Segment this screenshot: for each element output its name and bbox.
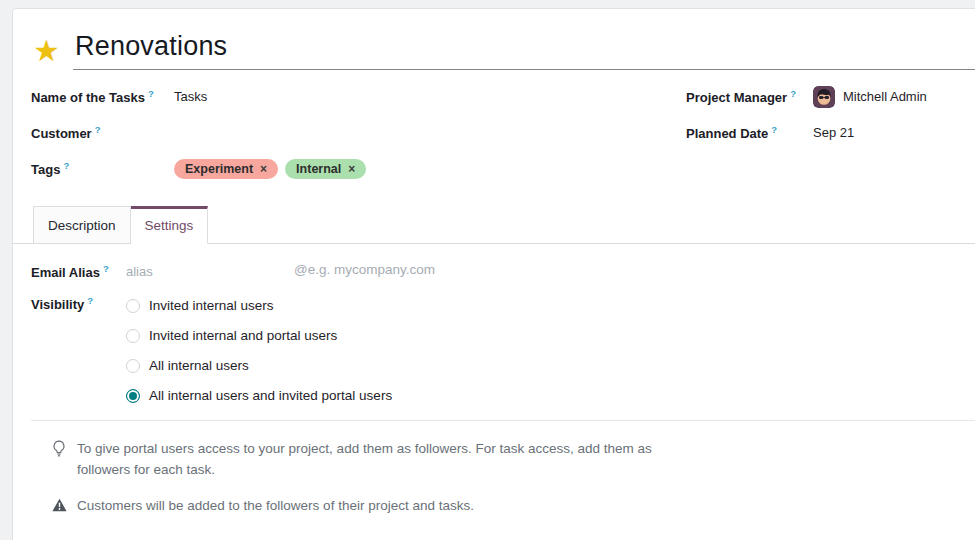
tags-label-text: Tags: [31, 162, 60, 177]
planned-date-label: Planned Date?: [686, 124, 813, 141]
project-title-field[interactable]: Renovations: [73, 31, 975, 70]
tag-remove-icon[interactable]: ×: [348, 162, 355, 176]
visibility-option-4[interactable]: All internal users and invited portal us…: [126, 385, 392, 406]
settings-pane: Email Alias? @e.g. mycompany.com Visibil…: [13, 244, 975, 518]
project-manager-value[interactable]: Mitchell Admin: [813, 86, 927, 108]
project-title[interactable]: Renovations: [75, 31, 227, 61]
task-name-value[interactable]: Tasks: [174, 89, 207, 104]
project-manager-label: Project Manager?: [686, 88, 813, 105]
project-form-screen: ★ Renovations Name of the Tasks? Tasks C…: [0, 0, 975, 540]
help-icon[interactable]: ?: [790, 88, 796, 99]
planned-date-label-text: Planned Date: [686, 126, 768, 141]
customers-followers-note: Customers will be added to the followers…: [52, 495, 975, 518]
help-icon[interactable]: ?: [95, 124, 101, 135]
tab-description[interactable]: Description: [33, 206, 131, 244]
email-alias-label: Email Alias?: [31, 262, 126, 280]
tag-internal[interactable]: Internal ×: [285, 159, 366, 179]
field-row-customer: Customer?: [31, 121, 686, 144]
tag-label: Experiment: [185, 162, 253, 176]
fields-left-column: Name of the Tasks? Tasks Customer? Tags?: [31, 85, 686, 193]
email-alias-domain-placeholder[interactable]: @e.g. mycompany.com: [294, 262, 435, 280]
field-row-project-manager: Project Manager? Mitchell Admin: [686, 85, 975, 108]
field-row-task-name: Name of the Tasks? Tasks: [31, 85, 686, 108]
user-avatar: [813, 86, 835, 108]
email-alias-row: Email Alias? @e.g. mycompany.com: [31, 262, 975, 280]
visibility-option-3[interactable]: All internal users: [126, 355, 392, 376]
email-alias-label-text: Email Alias: [31, 265, 100, 280]
visibility-label: Visibility?: [31, 294, 126, 406]
form-fields: Name of the Tasks? Tasks Customer? Tags?: [13, 70, 975, 193]
help-icon[interactable]: ?: [148, 88, 154, 99]
warning-icon: [52, 495, 68, 518]
portal-access-note-text: To give portal users access to your proj…: [77, 438, 669, 480]
visibility-option-label: Invited internal and portal users: [149, 328, 337, 343]
visibility-label-text: Visibility: [31, 298, 84, 313]
task-name-label: Name of the Tasks?: [31, 88, 174, 105]
title-row: ★ Renovations: [33, 31, 975, 70]
visibility-option-label: All internal users: [149, 358, 249, 373]
tag-label: Internal: [296, 162, 341, 176]
notebook-tabbar: Description Settings: [13, 206, 975, 244]
radio-unchecked-icon[interactable]: [126, 299, 140, 313]
customers-followers-note-text: Customers will be added to the followers…: [77, 495, 474, 518]
favorite-star-icon[interactable]: ★: [33, 36, 73, 66]
project-manager-label-text: Project Manager: [686, 90, 787, 105]
portal-access-note: To give portal users access to your proj…: [52, 438, 975, 480]
radio-checked-icon[interactable]: [126, 389, 140, 403]
task-name-label-text: Name of the Tasks: [31, 90, 145, 105]
tags-value: Experiment × Internal ×: [174, 159, 366, 179]
form-sheet: ★ Renovations Name of the Tasks? Tasks C…: [12, 8, 975, 540]
radio-unchecked-icon[interactable]: [126, 359, 140, 373]
help-icon[interactable]: ?: [87, 295, 93, 306]
field-row-planned-date: Planned Date? Sep 21: [686, 121, 975, 144]
tab-settings[interactable]: Settings: [131, 206, 209, 244]
tags-label: Tags?: [31, 160, 174, 177]
lightbulb-icon: [52, 438, 68, 480]
tag-experiment[interactable]: Experiment ×: [174, 159, 278, 179]
planned-date-value[interactable]: Sep 21: [813, 125, 854, 140]
help-icon[interactable]: ?: [103, 263, 109, 274]
visibility-option-label: Invited internal users: [149, 298, 274, 313]
radio-unchecked-icon[interactable]: [126, 329, 140, 343]
project-manager-name[interactable]: Mitchell Admin: [843, 89, 927, 104]
help-icon[interactable]: ?: [771, 124, 777, 135]
customer-label-text: Customer: [31, 126, 92, 141]
visibility-option-1[interactable]: Invited internal users: [126, 295, 392, 316]
field-row-tags: Tags? Experiment × Internal ×: [31, 157, 686, 180]
customer-label: Customer?: [31, 124, 174, 141]
info-notes: To give portal users access to your proj…: [31, 421, 975, 518]
visibility-row: Visibility? Invited internal users Invit…: [31, 294, 975, 406]
visibility-options: Invited internal users Invited internal …: [126, 294, 392, 406]
fields-right-column: Project Manager? Mitchell Admin: [686, 85, 975, 193]
tag-remove-icon[interactable]: ×: [260, 162, 267, 176]
visibility-option-2[interactable]: Invited internal and portal users: [126, 325, 392, 346]
visibility-option-label: All internal users and invited portal us…: [149, 388, 392, 403]
email-alias-input[interactable]: [126, 262, 286, 280]
help-icon[interactable]: ?: [63, 160, 69, 171]
